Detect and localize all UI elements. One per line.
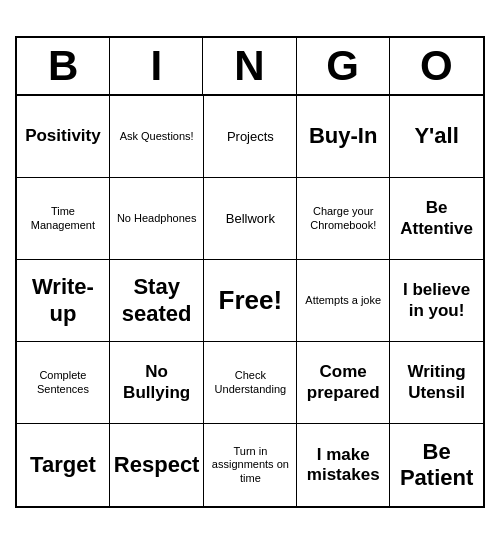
bingo-cell-14: I believe in you! xyxy=(390,260,483,342)
bingo-cell-3: Buy-In xyxy=(297,96,390,178)
bingo-letter-o: O xyxy=(390,38,483,94)
bingo-cell-0: Positivity xyxy=(17,96,110,178)
bingo-header: BINGO xyxy=(17,38,483,96)
bingo-letter-g: G xyxy=(297,38,390,94)
bingo-cell-15: Complete Sentences xyxy=(17,342,110,424)
bingo-letter-n: N xyxy=(203,38,296,94)
bingo-grid: PositivityAsk Questions!ProjectsBuy-InY'… xyxy=(17,96,483,506)
bingo-cell-21: Respect xyxy=(110,424,205,506)
bingo-cell-13: Attempts a joke xyxy=(297,260,390,342)
bingo-cell-22: Turn in assignments on time xyxy=(204,424,297,506)
bingo-letter-i: I xyxy=(110,38,203,94)
bingo-cell-19: Writing Utensil xyxy=(390,342,483,424)
bingo-cell-7: Bellwork xyxy=(204,178,297,260)
bingo-cell-4: Y'all xyxy=(390,96,483,178)
bingo-cell-23: I make mistakes xyxy=(297,424,390,506)
bingo-cell-6: No Headphones xyxy=(110,178,205,260)
bingo-cell-24: Be Patient xyxy=(390,424,483,506)
bingo-cell-18: Come prepared xyxy=(297,342,390,424)
bingo-cell-2: Projects xyxy=(204,96,297,178)
bingo-cell-17: Check Understanding xyxy=(204,342,297,424)
bingo-cell-9: Be Attentive xyxy=(390,178,483,260)
bingo-cell-20: Target xyxy=(17,424,110,506)
bingo-cell-16: No Bullying xyxy=(110,342,205,424)
bingo-card: BINGO PositivityAsk Questions!ProjectsBu… xyxy=(15,36,485,508)
bingo-cell-11: Stay seated xyxy=(110,260,205,342)
bingo-cell-10: Write-up xyxy=(17,260,110,342)
bingo-cell-5: Time Management xyxy=(17,178,110,260)
bingo-letter-b: B xyxy=(17,38,110,94)
bingo-cell-8: Charge your Chromebook! xyxy=(297,178,390,260)
bingo-cell-1: Ask Questions! xyxy=(110,96,205,178)
bingo-cell-12: Free! xyxy=(204,260,297,342)
